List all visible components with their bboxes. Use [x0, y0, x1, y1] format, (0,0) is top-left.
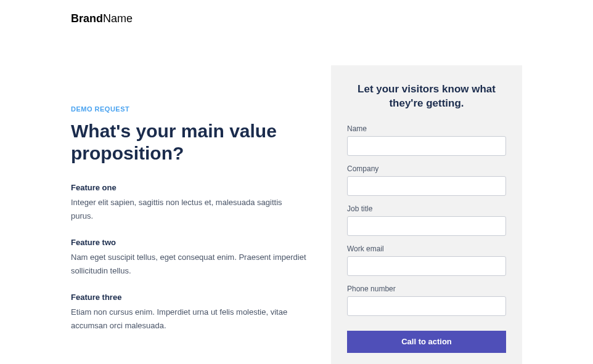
form-panel: Let your visitors know what they're gett… — [331, 65, 522, 364]
cta-button[interactable]: Call to action — [347, 331, 506, 353]
name-input[interactable] — [347, 136, 506, 156]
phone-label: Phone number — [347, 285, 506, 293]
feature-title: Feature two — [71, 238, 306, 247]
feature-description: Etiam non cursus enim. Imperdiet urna ut… — [71, 305, 306, 333]
job-title-label: Job title — [347, 204, 506, 213]
brand-bold: Brand — [71, 12, 103, 25]
form-title: Let your visitors know what they're gett… — [347, 83, 506, 111]
feature-title: Feature one — [71, 183, 306, 192]
job-title-input[interactable] — [347, 216, 506, 236]
feature-description: Nam eget suscipit tellus, eget consequat… — [71, 251, 306, 278]
form-field-phone: Phone number — [347, 285, 506, 316]
form-field-job-title: Job title — [347, 204, 506, 236]
form-field-work-email: Work email — [347, 245, 506, 276]
form-field-company: Company — [347, 164, 506, 196]
feature-block: Feature two Nam eget suscipit tellus, eg… — [71, 238, 306, 278]
eyebrow-label: DEMO REQUEST — [71, 105, 306, 113]
headline: What's your main value proposition? — [71, 120, 306, 164]
work-email-label: Work email — [347, 245, 506, 253]
feature-title: Feature three — [71, 293, 306, 302]
form-field-name: Name — [347, 124, 506, 156]
brand-light: Name — [103, 12, 133, 25]
left-column: DEMO REQUEST What's your main value prop… — [71, 65, 306, 364]
company-label: Company — [347, 164, 506, 173]
feature-description: Integer elit sapien, sagittis non lectus… — [71, 196, 306, 223]
work-email-input[interactable] — [347, 256, 506, 276]
feature-block: Feature three Etiam non cursus enim. Imp… — [71, 293, 306, 333]
phone-input[interactable] — [347, 296, 506, 316]
feature-block: Feature one Integer elit sapien, sagitti… — [71, 183, 306, 223]
company-input[interactable] — [347, 176, 506, 196]
brand-logo: BrandName — [71, 12, 522, 25]
name-label: Name — [347, 124, 506, 133]
